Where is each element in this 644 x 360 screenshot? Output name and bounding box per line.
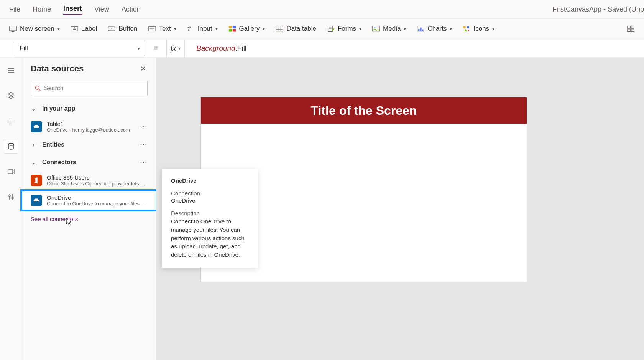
data-sources-panel: Data sources ✕ ⌄ In your app Table1 OneD… bbox=[22, 58, 156, 360]
button-text: Button bbox=[118, 25, 137, 33]
connector-tooltip: OneDrive Connection OneDrive Description… bbox=[162, 169, 258, 268]
section-more-button[interactable]: ··· bbox=[140, 141, 148, 148]
see-all-connectors-link[interactable]: See all connectors bbox=[22, 211, 156, 227]
chevron-down-icon: ⌄ bbox=[31, 159, 37, 165]
search-input[interactable] bbox=[44, 85, 143, 92]
svg-point-28 bbox=[374, 27, 375, 28]
new-screen-label: New screen bbox=[20, 25, 54, 33]
svg-rect-16 bbox=[232, 26, 235, 29]
tooltip-connection-value: OneDrive bbox=[171, 197, 248, 204]
icons-label: Icons bbox=[473, 25, 489, 33]
layout-grid-icon bbox=[627, 25, 635, 32]
rail-hamburger[interactable] bbox=[4, 63, 18, 78]
onedrive-icon bbox=[31, 195, 42, 206]
svg-line-50 bbox=[39, 89, 40, 91]
tooltip-description-value: Connect to OneDrive to manage your files… bbox=[171, 217, 248, 259]
svg-point-14 bbox=[188, 30, 189, 31]
fx-button[interactable]: fx ▾ bbox=[166, 39, 185, 57]
menu-file[interactable]: File bbox=[9, 4, 20, 15]
chevron-down-icon: ▾ bbox=[174, 26, 176, 31]
charts-button[interactable]: Charts ▾ bbox=[417, 25, 452, 33]
input-button[interactable]: Input ▾ bbox=[187, 25, 218, 33]
section-entities[interactable]: › Entities ··· bbox=[22, 136, 156, 154]
svg-rect-15 bbox=[228, 26, 232, 29]
data-source-item[interactable]: Table1 OneDrive - henry.legge@outlook.co… bbox=[22, 117, 156, 136]
input-label: Input bbox=[198, 25, 212, 33]
rail-media[interactable] bbox=[4, 164, 18, 179]
item-name: Office 365 Users bbox=[47, 174, 148, 181]
item-more-button[interactable]: ··· bbox=[140, 123, 148, 130]
fx-label: fx bbox=[171, 44, 176, 53]
media-icon bbox=[372, 25, 380, 32]
panel-close-button[interactable]: ✕ bbox=[139, 63, 148, 74]
data-table-icon bbox=[276, 25, 283, 32]
icons-button[interactable]: Icons ▾ bbox=[463, 25, 495, 33]
svg-point-5 bbox=[112, 28, 112, 29]
forms-icon bbox=[327, 25, 335, 32]
item-sub: Connect to OneDrive to manage your files… bbox=[47, 201, 148, 206]
svg-rect-31 bbox=[419, 29, 420, 31]
chevron-down-icon: ▾ bbox=[215, 26, 218, 31]
rail-advanced-tools[interactable] bbox=[4, 190, 18, 204]
connector-item-onedrive[interactable]: OneDrive Connect to OneDrive to manage y… bbox=[22, 191, 156, 210]
svg-rect-0 bbox=[10, 26, 16, 31]
menu-view[interactable]: View bbox=[94, 4, 109, 15]
chevron-down-icon: ▾ bbox=[58, 26, 60, 31]
formula-bar: Fill ▾ = fx ▾ Background.Fill bbox=[0, 39, 644, 58]
gallery-button[interactable]: Gallery ▾ bbox=[228, 25, 265, 33]
menu-action[interactable]: Action bbox=[122, 4, 141, 15]
label-text: Label bbox=[81, 25, 97, 33]
item-sub: Office 365 Users Connection provider let… bbox=[47, 181, 148, 187]
svg-rect-34 bbox=[463, 26, 466, 28]
property-selector[interactable]: Fill ▾ bbox=[15, 41, 145, 56]
icons-icon bbox=[463, 25, 470, 32]
data-table-button[interactable]: Data table bbox=[276, 25, 316, 33]
section-connectors[interactable]: ⌄ Connectors ··· bbox=[22, 154, 156, 171]
section-label: Entities bbox=[42, 141, 64, 148]
forms-button[interactable]: Forms ▾ bbox=[327, 25, 361, 33]
text-icon bbox=[148, 25, 156, 32]
menu-insert[interactable]: Insert bbox=[63, 3, 82, 15]
svg-point-35 bbox=[467, 26, 470, 28]
button-icon bbox=[108, 25, 115, 32]
rail-insert[interactable] bbox=[4, 114, 18, 128]
left-rail bbox=[0, 58, 22, 360]
property-selector-value: Fill bbox=[20, 45, 28, 52]
chevron-down-icon: ▾ bbox=[492, 26, 495, 31]
svg-rect-18 bbox=[232, 29, 235, 32]
section-label: In your app bbox=[42, 105, 75, 112]
section-label: Connectors bbox=[42, 159, 76, 166]
media-button[interactable]: Media ▾ bbox=[372, 25, 406, 33]
title-band[interactable]: Title of the Screen bbox=[201, 97, 527, 124]
svg-point-45 bbox=[8, 143, 14, 145]
label-button[interactable]: Label bbox=[71, 25, 97, 33]
connector-item-office365[interactable]: Office 365 Users Office 365 Users Connec… bbox=[22, 171, 156, 190]
svg-rect-33 bbox=[422, 30, 424, 31]
search-icon bbox=[35, 85, 41, 91]
app-title: FirstCanvasApp - Saved (Unp bbox=[552, 0, 644, 18]
formula-input[interactable]: Background.Fill bbox=[192, 39, 635, 57]
layout-grid-button[interactable] bbox=[627, 25, 635, 32]
data-table-label: Data table bbox=[286, 25, 316, 33]
button-button[interactable]: Button bbox=[108, 25, 137, 33]
chevron-down-icon: ▾ bbox=[359, 26, 361, 31]
svg-point-6 bbox=[113, 28, 114, 29]
menu-home[interactable]: Home bbox=[33, 4, 51, 15]
text-button[interactable]: Text ▾ bbox=[148, 25, 176, 33]
rail-tree-view[interactable] bbox=[4, 88, 18, 103]
chevron-down-icon: ▾ bbox=[404, 26, 406, 31]
office-icon bbox=[31, 175, 42, 186]
tooltip-connection-label: Connection bbox=[171, 190, 248, 197]
section-in-your-app[interactable]: ⌄ In your app bbox=[22, 100, 156, 117]
svg-point-47 bbox=[9, 195, 10, 197]
menu-bar: File Home Insert View Action FirstCanvas… bbox=[0, 0, 644, 18]
formula-token-property: .Fill bbox=[235, 44, 247, 53]
panel-title: Data sources bbox=[31, 64, 84, 74]
media-label: Media bbox=[383, 25, 401, 33]
svg-point-13 bbox=[189, 27, 191, 28]
formula-token-object: Background bbox=[196, 44, 235, 53]
rail-data[interactable] bbox=[4, 139, 18, 154]
search-box[interactable] bbox=[31, 81, 148, 96]
section-more-button[interactable]: ··· bbox=[140, 159, 148, 166]
new-screen-button[interactable]: New screen ▾ bbox=[9, 25, 60, 33]
